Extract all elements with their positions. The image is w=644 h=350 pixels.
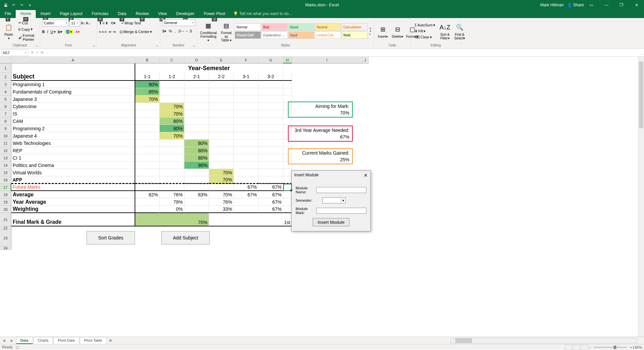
sheet-tab-data[interactable]: Data <box>16 337 33 344</box>
sheet-nav-prev-icon[interactable]: ◀ <box>0 339 8 342</box>
cell[interactable] <box>184 198 209 206</box>
style-check-cell[interactable]: Check Cell <box>235 31 261 39</box>
grow-font-icon[interactable]: A↑ <box>81 21 85 25</box>
fill-color-button[interactable]: 🪣▾ <box>65 30 73 34</box>
mark-cell[interactable] <box>184 88 209 96</box>
sheet-tab-pivot-data[interactable]: Pivot Data <box>53 337 79 344</box>
mark-cell[interactable] <box>209 96 234 103</box>
sheet-tab-pivot-table[interactable]: Pivot Table <box>80 337 107 344</box>
save-icon[interactable]: 💾 <box>2 1 9 9</box>
subject-name[interactable]: Cybercrime <box>11 103 135 110</box>
share-button[interactable]: 👤 Share <box>567 3 584 7</box>
subject-name[interactable]: Programming 2 <box>11 125 135 132</box>
mark-cell[interactable] <box>184 132 209 140</box>
mark-cell[interactable] <box>135 103 160 110</box>
row-header-5[interactable]: 5 <box>0 96 11 103</box>
mark-cell[interactable] <box>160 154 184 162</box>
subject-name[interactable]: Politics and Cinema <box>11 162 135 169</box>
cell[interactable] <box>135 176 160 184</box>
row-header-16[interactable]: 16 <box>0 176 11 184</box>
mark-cell[interactable] <box>259 103 283 110</box>
mark-cell[interactable] <box>135 147 160 154</box>
average-label[interactable]: Average <box>11 191 135 198</box>
mark-cell[interactable] <box>184 103 209 110</box>
dialog-close-icon[interactable]: ✕ <box>364 173 368 178</box>
tab-power-pivot[interactable]: Power PivotQ <box>199 10 230 18</box>
wrap-text-button[interactable]: ⤶ Wrap Text <box>119 20 143 26</box>
delete-cells-button[interactable]: ⊟Delete▾ <box>391 23 404 39</box>
subject-name[interactable]: Japanese 4 <box>11 132 135 140</box>
mark-cell[interactable]: 90% <box>135 81 160 88</box>
mark-cell[interactable] <box>234 169 259 176</box>
cell[interactable] <box>184 184 209 191</box>
mark-cell[interactable] <box>234 154 259 162</box>
tab-file[interactable]: FileF <box>0 10 16 18</box>
subject-name[interactable]: CAM <box>11 118 135 125</box>
ribbon-options-icon[interactable]: ▭ <box>584 0 599 10</box>
add-sheet-icon[interactable]: ⊕ <box>107 338 114 343</box>
mark-cell[interactable] <box>209 88 234 96</box>
sort-filter-button[interactable]: A↓ZSort & Filter▾ <box>438 21 452 41</box>
weighting-label[interactable]: Weighting <box>11 206 135 213</box>
mark-cell[interactable] <box>209 162 234 169</box>
row-header-7[interactable]: 7 <box>0 110 11 118</box>
number-format-combo[interactable]: General▾ <box>162 19 195 26</box>
clear-button[interactable]: ⌫ Clear ▾ <box>413 34 437 40</box>
cell[interactable] <box>259 176 283 184</box>
cell[interactable] <box>283 191 292 198</box>
mark-cell[interactable]: 70% <box>209 169 234 176</box>
insert-module-button[interactable]: Insert Module <box>313 218 350 226</box>
copy-button[interactable]: ⎘ Copy ▾ <box>17 26 38 32</box>
mark-cell[interactable] <box>160 81 184 88</box>
avg-val[interactable]: 82% <box>135 191 160 198</box>
cell[interactable]: 33% <box>209 206 234 213</box>
macro-record-icon[interactable]: ▢ <box>16 345 19 349</box>
subject-name[interactable]: IS <box>11 110 135 118</box>
tab-insert[interactable]: InsertN <box>36 10 55 18</box>
increase-decimal-icon[interactable]: .0→ <box>178 29 184 33</box>
row-header-3[interactable]: 3 <box>0 81 11 88</box>
mark-cell[interactable] <box>283 169 292 176</box>
mark-cell[interactable]: 70% <box>160 103 184 110</box>
dialog-text-input[interactable] <box>316 187 366 193</box>
mark-cell[interactable] <box>184 118 209 125</box>
mark-cell[interactable] <box>160 88 184 96</box>
font-color-button[interactable]: A▾ <box>75 30 79 34</box>
find-select-button[interactable]: 🔍Find & Select▾ <box>453 21 466 41</box>
formula-input[interactable] <box>46 49 644 56</box>
row-header-18[interactable]: 18 <box>0 191 11 198</box>
mark-cell[interactable]: 90% <box>184 162 209 169</box>
number-launcher-icon[interactable]: ↘ <box>193 44 196 48</box>
alignment-launcher-icon[interactable]: ↘ <box>156 44 159 48</box>
close-icon[interactable]: ✕ <box>629 0 644 10</box>
redo-icon[interactable]: ↷ <box>18 1 25 9</box>
cancel-formula-icon[interactable]: ✕ <box>31 50 34 55</box>
mark-cell[interactable] <box>160 169 184 176</box>
sheet-tab-charts[interactable]: Charts <box>33 337 53 344</box>
col-header-D[interactable]: D <box>184 57 209 63</box>
mark-cell[interactable] <box>135 162 160 169</box>
cell[interactable] <box>283 184 292 191</box>
sem-label[interactable]: 3-2 <box>259 73 283 81</box>
mark-cell[interactable] <box>234 118 259 125</box>
mark-cell[interactable] <box>283 118 292 125</box>
tab-data[interactable]: DataA <box>113 10 131 18</box>
cut-button[interactable]: ✂ Cut <box>17 20 38 26</box>
row-header-15[interactable]: 15 <box>0 169 11 176</box>
col-header-G[interactable]: G <box>259 57 283 63</box>
sem-label[interactable]: 2-2 <box>209 73 234 81</box>
row-header-22[interactable]: 22 <box>0 226 11 230</box>
page-break-view-icon[interactable] <box>581 345 588 350</box>
cell[interactable] <box>209 184 234 191</box>
col-header-J[interactable]: J <box>362 57 369 63</box>
mark-cell[interactable] <box>184 125 209 132</box>
mark-cell[interactable] <box>259 162 283 169</box>
sem-label[interactable]: 1-2 <box>160 73 184 81</box>
zoom-out-icon[interactable]: − <box>589 345 591 349</box>
row-header-8[interactable]: 8 <box>0 118 11 125</box>
mark-cell[interactable] <box>234 140 259 147</box>
percent-icon[interactable]: % <box>169 29 172 33</box>
future-marks-label[interactable]: Future Marks <box>11 184 135 191</box>
style-neutral[interactable]: Neutral <box>315 23 341 31</box>
cell[interactable]: 67% <box>259 198 283 206</box>
